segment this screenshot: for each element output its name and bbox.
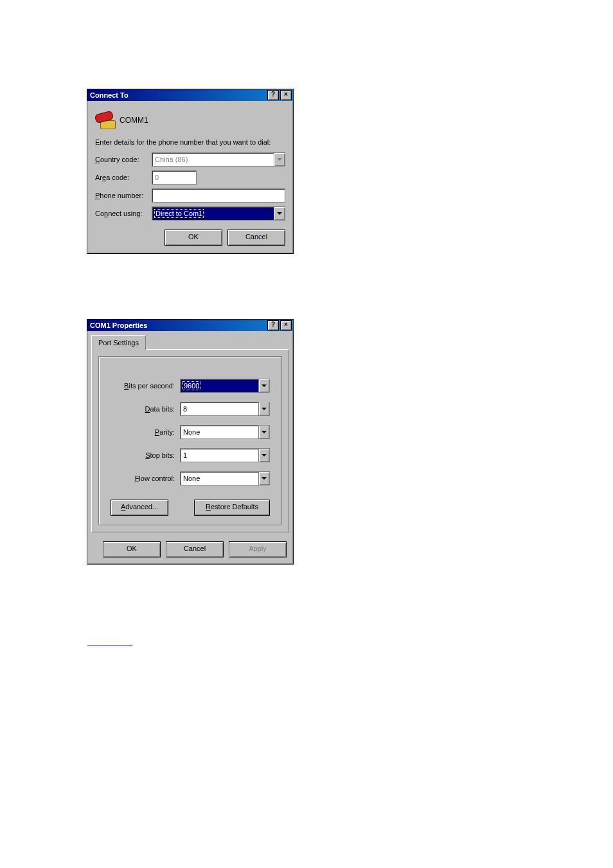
phone-icon xyxy=(95,111,116,129)
help-button[interactable]: ? xyxy=(267,90,279,100)
data-bits-select[interactable]: 8 xyxy=(180,402,270,416)
ok-button[interactable]: OK xyxy=(164,230,222,246)
close-button[interactable]: × xyxy=(280,320,292,330)
parity-select[interactable]: None xyxy=(180,425,270,439)
connect-using-label: Connect using: xyxy=(95,210,152,217)
titlebar: COM1 Properties ? × xyxy=(87,320,293,331)
connection-name: COMM1 xyxy=(120,116,148,125)
titlebar: Connect To ? × xyxy=(87,89,293,101)
chevron-down-icon[interactable] xyxy=(274,207,285,220)
com1-properties-dialog: COM1 Properties ? × Port Settings Bits p… xyxy=(87,319,294,565)
country-code-label: Country code: xyxy=(95,156,152,163)
chevron-down-icon[interactable] xyxy=(258,402,269,415)
hyperlink[interactable] xyxy=(87,645,132,646)
area-code-input: 0 xyxy=(152,170,197,185)
cancel-button[interactable]: Cancel xyxy=(166,541,224,557)
instruction-text: Enter details for the phone number that … xyxy=(95,138,285,146)
close-button[interactable]: × xyxy=(280,90,292,100)
chevron-down-icon[interactable] xyxy=(258,379,269,392)
apply-button: Apply xyxy=(229,541,287,557)
help-button[interactable]: ? xyxy=(267,320,279,330)
phone-number-input[interactable] xyxy=(152,188,285,203)
ok-button[interactable]: OK xyxy=(103,541,161,557)
data-bits-label: Data bits: xyxy=(111,405,180,413)
flow-control-label: Flow control: xyxy=(111,475,180,482)
settings-group: Bits per second: 9600 Data bits: 8 Parit… xyxy=(98,356,282,525)
phone-number-label: Phone number: xyxy=(95,192,152,199)
connect-using-select[interactable]: Direct to Com1 xyxy=(152,206,285,221)
chevron-down-icon[interactable] xyxy=(258,426,269,439)
stop-bits-select[interactable]: 1 xyxy=(180,448,270,462)
window-title: Connect To xyxy=(89,91,266,99)
tab-port-settings[interactable]: Port Settings xyxy=(91,335,146,350)
advanced-button[interactable]: Advanced... xyxy=(111,500,168,516)
area-code-label: Area code: xyxy=(95,174,152,181)
parity-label: Parity: xyxy=(111,428,180,436)
tab-panel: Bits per second: 9600 Data bits: 8 Parit… xyxy=(91,349,289,532)
bits-per-second-label: Bits per second: xyxy=(111,382,180,390)
cancel-button[interactable]: Cancel xyxy=(227,230,285,246)
tab-strip: Port Settings xyxy=(91,335,289,349)
stop-bits-label: Stop bits: xyxy=(111,451,180,459)
restore-defaults-button[interactable]: Restore Defaults xyxy=(194,500,270,516)
flow-control-select[interactable]: None xyxy=(180,471,270,485)
chevron-down-icon[interactable] xyxy=(258,449,269,462)
window-title: COM1 Properties xyxy=(89,321,266,329)
country-code-select: China (86) xyxy=(152,152,285,167)
chevron-down-icon[interactable] xyxy=(258,472,269,485)
chevron-down-icon xyxy=(274,153,285,166)
bits-per-second-select[interactable]: 9600 xyxy=(180,379,270,393)
connect-to-dialog: Connect To ? × COMM1 Enter details for t… xyxy=(87,89,294,254)
